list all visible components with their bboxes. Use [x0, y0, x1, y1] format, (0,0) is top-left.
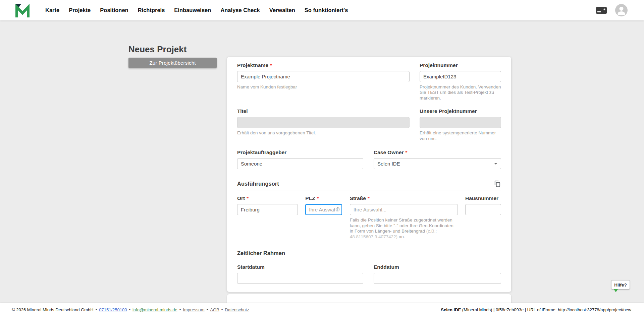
projektauftraggeber-label: Projektauftraggeber	[237, 149, 286, 155]
logo[interactable]	[15, 3, 30, 17]
separator: •	[96, 307, 97, 312]
field-case-owner: Case Owner * Selen IDE	[374, 149, 501, 169]
copy-icon[interactable]	[493, 180, 501, 188]
startdatum-input[interactable]	[237, 273, 363, 284]
plz-label: PLZ	[305, 195, 315, 201]
required-asterisk: *	[406, 149, 408, 155]
field-projektnummer: Projektnummer Projektnummer des Kunden. …	[420, 62, 501, 101]
field-projektname: Projektname * Name vom Kunden festlegbar	[237, 62, 410, 101]
field-projektauftraggeber: Projektauftraggeber	[237, 149, 363, 169]
required-asterisk: *	[317, 195, 319, 201]
device-icon[interactable]	[596, 7, 607, 14]
separator: •	[179, 307, 181, 312]
hausnummer-input[interactable]	[465, 204, 501, 215]
projektnummer-input[interactable]	[420, 71, 501, 82]
zeitlicher-rahmen-title: Zeitlicher Rahmen	[237, 250, 285, 256]
titel-input	[237, 117, 410, 128]
required-asterisk: *	[247, 195, 249, 201]
help-button[interactable]: Hilfe?	[611, 280, 630, 290]
nav-item-analyse-check[interactable]: Analyse Check	[216, 7, 264, 13]
help-label: Hilfe?	[614, 282, 627, 288]
logo-icon	[15, 3, 30, 17]
session-details: (Mineral Minds) | 0f58e7eb093e | URL of …	[461, 307, 631, 312]
main-nav: Karte Projekte Positionen Richtpreis Ein…	[41, 7, 353, 13]
field-ort: Ort *	[237, 195, 298, 240]
form-row-dates: Startdatum Enddatum	[237, 264, 501, 284]
titel-helper: Erhält den von uns vorgegebenen Titel.	[237, 130, 410, 136]
nav-item-richtpreis[interactable]: Richtpreis	[133, 7, 170, 13]
ort-label: Ort	[237, 195, 245, 201]
agb-link[interactable]: AGB	[210, 307, 219, 312]
unsere-projektnummer-input	[420, 117, 501, 128]
session-user: Selen IDE	[441, 307, 461, 312]
dropdown-arrow-icon	[494, 163, 497, 165]
strasse-helper: Falls die Position keiner Straße zugeord…	[350, 217, 458, 240]
nav-item-so-funktionierts[interactable]: So funktioniert's	[300, 7, 353, 13]
datenschutz-link[interactable]: Datenschutz	[225, 307, 249, 312]
separator: •	[129, 307, 130, 312]
section-ausfuehrungsort: Ausführungsort	[237, 180, 501, 188]
copyright-text: © 2026 Mineral Minds Deutschland GmbH	[12, 307, 94, 312]
unsere-projektnummer-helper: Erhält eine systemgenerierte Nummer von …	[420, 130, 501, 141]
impressum-link[interactable]: Impressum	[183, 307, 204, 312]
required-asterisk: *	[270, 62, 272, 68]
projektname-helper: Name vom Kunden festlegbar	[237, 84, 410, 90]
form-row-2: Titel Erhält den von uns vorgegebenen Ti…	[237, 108, 501, 141]
strasse-label: Straße	[350, 195, 366, 201]
unsere-projektnummer-label: Unsere Projektnummer	[420, 108, 477, 114]
help-bubble-tail-icon	[614, 289, 618, 292]
enddatum-input[interactable]	[374, 273, 501, 284]
startdatum-label: Startdatum	[237, 264, 265, 270]
required-asterisk: *	[368, 195, 370, 201]
field-strasse: Straße * Falls die Position keiner Straß…	[350, 195, 458, 240]
case-owner-value: Selen IDE	[377, 161, 400, 167]
section-zeitlicher-rahmen: Zeitlicher Rahmen	[237, 250, 501, 256]
separator: •	[221, 307, 223, 312]
back-to-projects-button[interactable]: Zur Projektübersicht	[128, 58, 217, 68]
section-divider	[237, 190, 501, 190]
form-row-address: Ort * PLZ * Straße * Falls die Position …	[237, 195, 501, 240]
field-startdatum: Startdatum	[237, 264, 363, 284]
field-unsere-projektnummer: Unsere Projektnummer Erhält eine systemg…	[420, 108, 501, 141]
strasse-input[interactable]	[350, 204, 458, 215]
field-hausnummer: Hausnummer	[465, 195, 501, 240]
ausfuehrungsort-title: Ausführungsort	[237, 181, 279, 187]
hausnummer-label: Hausnummer	[465, 195, 498, 201]
nav-item-positionen[interactable]: Positionen	[95, 7, 133, 13]
page-title: Neues Projekt	[128, 44, 186, 55]
case-owner-select[interactable]: Selen IDE	[374, 158, 501, 169]
session-info: Selen IDE (Mineral Minds) | 0f58e7eb093e…	[441, 307, 631, 312]
nav-item-verwalten[interactable]: Verwalten	[265, 7, 300, 13]
field-plz: PLZ *	[305, 195, 342, 240]
nav-item-einbauweisen[interactable]: Einbauweisen	[169, 7, 216, 13]
strasse-helper-text: Falls die Position keiner Straße zugeord…	[350, 217, 453, 234]
case-owner-label: Case Owner	[374, 149, 404, 155]
email-link[interactable]: info@mineral-minds.de	[132, 307, 177, 312]
enddatum-label: Enddatum	[374, 264, 399, 270]
phone-link[interactable]: 07151/250100	[99, 307, 127, 312]
separator: •	[207, 307, 208, 312]
field-titel: Titel Erhält den von uns vorgegebenen Ti…	[237, 108, 410, 141]
field-enddatum: Enddatum	[374, 264, 501, 284]
ort-input[interactable]	[237, 204, 298, 215]
projektname-input[interactable]	[237, 71, 410, 82]
projektnummer-label: Projektnummer	[420, 62, 458, 68]
projektname-label: Projektname	[237, 62, 268, 68]
nav-right-icons	[596, 4, 628, 16]
titel-label: Titel	[237, 108, 248, 114]
form-row-1: Projektname * Name vom Kunden festlegbar…	[237, 62, 501, 101]
strasse-helper-suffix: an.	[397, 234, 405, 239]
nav-item-projekte[interactable]: Projekte	[64, 7, 95, 13]
nav-item-karte[interactable]: Karte	[41, 7, 64, 13]
project-form-card: Projektname * Name vom Kunden festlegbar…	[227, 57, 511, 292]
section-divider	[237, 259, 501, 259]
form-row-3: Projektauftraggeber Case Owner * Selen I…	[237, 149, 501, 169]
projektnummer-helper: Projektnummer des Kunden. Verwenden Sie …	[420, 84, 501, 101]
top-navigation: Karte Projekte Positionen Richtpreis Ein…	[0, 0, 644, 20]
projektauftraggeber-input[interactable]	[237, 158, 363, 169]
user-avatar-icon[interactable]	[615, 4, 628, 16]
footer: © 2026 Mineral Minds Deutschland GmbH • …	[0, 303, 644, 316]
footer-links: © 2026 Mineral Minds Deutschland GmbH • …	[12, 307, 249, 312]
